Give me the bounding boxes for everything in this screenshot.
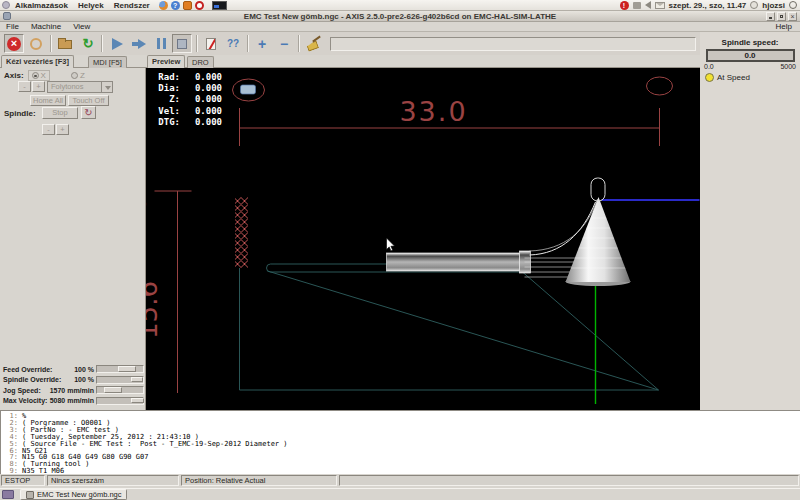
volume-icon[interactable] — [645, 1, 651, 9]
input-method-icon[interactable] — [633, 2, 641, 9]
panel-menu-system[interactable]: Rendszer — [109, 0, 155, 11]
tab-manual-control[interactable]: Kézi vezérlés [F3] — [1, 55, 74, 68]
tab-mdi[interactable]: MDI [F5] — [88, 56, 127, 68]
gcode-line[interactable]: 1:% — [1, 413, 800, 420]
gcode-line[interactable]: 7:N15 G0 G18 G40 G49 G80 G90 G07 — [1, 454, 800, 461]
slider-thumb[interactable] — [131, 398, 144, 404]
jog-minus-button[interactable]: - — [18, 81, 31, 92]
panel-menu-places[interactable]: Helyek — [73, 0, 109, 11]
home-all-button[interactable]: Home All — [30, 95, 66, 106]
run-icon — [112, 38, 123, 50]
open-folder-icon — [58, 40, 72, 49]
slider-thumb[interactable] — [104, 387, 122, 393]
spindle-override-value: 100 % — [74, 376, 94, 383]
machine-power-button[interactable] — [26, 34, 46, 53]
office-launcher-icon[interactable] — [195, 1, 204, 10]
axis-z-radio[interactable]: Z — [68, 70, 88, 81]
spindle-speed-bar: 0.0 — [706, 49, 795, 62]
power-icon — [30, 38, 42, 50]
session-power-icon[interactable] — [789, 1, 797, 9]
axis-x-radio[interactable]: X — [28, 70, 50, 81]
reload-file-button[interactable]: ↻ — [78, 34, 98, 53]
zoom-in-button[interactable]: + — [252, 34, 272, 53]
maximize-button[interactable] — [777, 12, 786, 21]
manual-tab-bar: Kézi vezérlés [F3] MDI [F5] — [0, 55, 146, 68]
run-program-button[interactable] — [107, 34, 127, 53]
jog-speed-slider[interactable] — [96, 386, 144, 394]
optional-pause-button[interactable]: ?? — [223, 34, 243, 53]
skip-slash-icon — [206, 38, 216, 50]
mail-icon[interactable] — [655, 2, 665, 9]
manual-control-panel: Axis: X Z - + Folytonos Home All Touch O… — [0, 68, 146, 410]
close-button[interactable]: × — [788, 12, 797, 21]
tab-dro[interactable]: DRO — [187, 56, 214, 68]
spindle-minus-button[interactable]: - — [42, 124, 55, 135]
axis-app-icon — [26, 491, 34, 499]
jog-plus-button[interactable]: + — [32, 81, 45, 92]
clear-plot-button[interactable] — [303, 34, 323, 53]
gcode-line[interactable]: 8:( Turning tool ) — [1, 461, 800, 468]
stock-bar — [387, 253, 520, 271]
desktop-taskbar: EMC Test New gömb.ngc — [0, 488, 800, 500]
max-velocity-slider[interactable] — [96, 397, 144, 405]
feed-override-row: Feed Override: 100 % — [0, 364, 145, 375]
distro-logo-icon[interactable] — [2, 1, 10, 9]
jog-increment-combo[interactable]: Folytonos — [47, 81, 113, 93]
gcode-line[interactable]: 5:( Source File - EMC Test : Post - T_EM… — [1, 441, 800, 448]
desktop-top-panel: Alkalmazások Helyek Rendszer ? ! szept. … — [0, 0, 800, 11]
step-button[interactable] — [129, 34, 149, 53]
preview-tab-bar: Preview DRO — [146, 55, 700, 68]
radio-icon — [32, 72, 39, 79]
tab-preview[interactable]: Preview — [147, 55, 185, 68]
slider-thumb[interactable] — [118, 366, 136, 372]
dro-label: Rad: — [154, 72, 180, 83]
panel-clock[interactable]: szept. 29., szo, 11.47 — [669, 1, 747, 10]
help-launcher-icon[interactable]: ? — [171, 1, 180, 10]
menu-file[interactable]: File — [0, 22, 25, 31]
menu-help[interactable]: Help — [770, 22, 800, 31]
window-thumbnail-icon[interactable] — [212, 1, 227, 10]
feed-override-label: Feed Override: — [3, 366, 74, 373]
panel-menu-applications[interactable]: Alkalmazások — [10, 0, 73, 11]
app-launcher-icon[interactable] — [183, 1, 192, 10]
at-speed-label: At Speed — [717, 73, 750, 82]
preview-canvas[interactable]: 33.0 15.6 3 — [146, 68, 700, 410]
user-avatar-icon[interactable] — [750, 1, 758, 9]
skip-lines-button[interactable] — [201, 34, 221, 53]
stop-button[interactable] — [172, 34, 192, 53]
user-menu[interactable]: hjozsi — [762, 1, 785, 10]
update-warning-icon[interactable]: ! — [620, 1, 629, 10]
estop-button[interactable]: × — [4, 34, 24, 53]
window-titlebar[interactable]: EMC Test New gömb.ngc - AXIS 2.5.0-pre2-… — [0, 11, 800, 22]
spindle-plus-button[interactable]: + — [56, 124, 69, 135]
spindle-stop-button[interactable]: Stop — [42, 107, 78, 119]
gcode-line-text: ( Source File - EMC Test : Post - T_EMC-… — [22, 441, 288, 448]
gcode-listing[interactable]: 1:% 2:( Porgramme : O0001 ) 3:( PartNo :… — [0, 410, 800, 474]
zoom-out-button[interactable]: − — [274, 34, 294, 53]
firefox-launcher-icon[interactable] — [159, 1, 168, 10]
spindle-override-slider[interactable] — [96, 376, 144, 384]
gcode-line[interactable]: 2:( Porgramme : O0001 ) — [1, 420, 800, 427]
dro-value: 0.000 — [180, 83, 222, 94]
feed-override-slider[interactable] — [96, 365, 144, 373]
toolbar-separator — [298, 35, 300, 52]
statusbar: ESTOP Nincs szerszám Position: Relative … — [0, 474, 800, 487]
optional-pause-icon: ?? — [227, 38, 239, 49]
taskbar-window-button[interactable]: EMC Test New gömb.ngc — [20, 489, 127, 500]
dro-readout: Rad:0.000 Dia:0.000 Z:0.000 Vel:0.000 DT… — [154, 72, 222, 128]
axis-label: Axis: — [4, 71, 24, 80]
pause-button[interactable] — [151, 34, 171, 53]
window-list-icon[interactable] — [2, 490, 14, 499]
combo-arrow-icon — [101, 82, 112, 92]
tool-holder-loop — [591, 178, 605, 201]
open-file-button[interactable] — [55, 34, 75, 53]
slider-thumb[interactable] — [131, 377, 143, 383]
menu-view[interactable]: View — [67, 22, 96, 31]
status-tool: Nincs szerszám — [47, 475, 179, 486]
menu-machine[interactable]: Machine — [25, 22, 67, 31]
spindle-turn-button[interactable]: ↻ — [81, 106, 96, 119]
touch-off-button[interactable]: Touch Off — [68, 95, 109, 106]
screen: Alkalmazások Helyek Rendszer ? ! szept. … — [0, 0, 800, 500]
minimize-button[interactable] — [766, 12, 775, 21]
tool-table-marker — [241, 85, 256, 94]
